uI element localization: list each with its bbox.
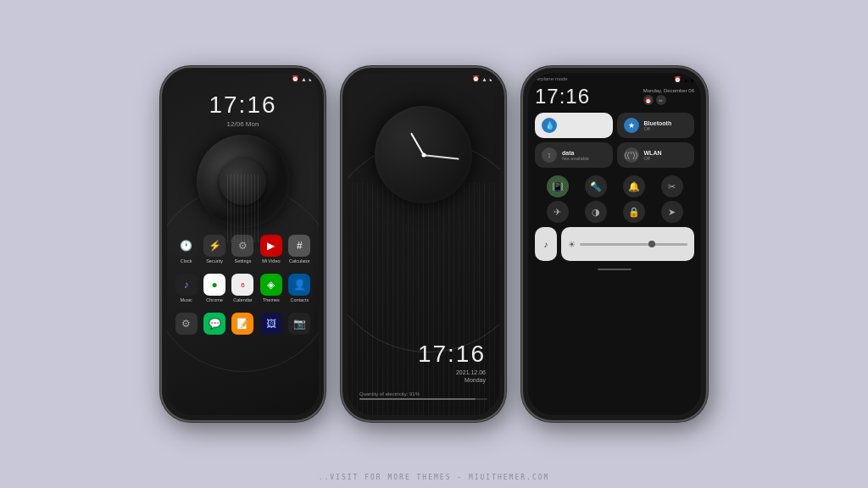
status-icons-right: ⏰ ▲ ▮ bbox=[674, 76, 694, 83]
bluetooth-icon: ★ bbox=[624, 118, 639, 133]
alarm-icon-mid: ⏰ bbox=[472, 75, 480, 82]
app-label-contacts: Contacts bbox=[290, 297, 309, 302]
app-label-clock: Clock bbox=[181, 258, 192, 263]
gear2-icon: ⚙ bbox=[175, 313, 198, 335]
screen-mid: ⏰ ▲ ▮ 17:16 2021.12.06 Monday Quantity o… bbox=[348, 73, 499, 415]
app-music[interactable]: ♪Music bbox=[174, 274, 198, 302]
vert-lines-left bbox=[167, 175, 319, 242]
app-label-calc: Calculator bbox=[289, 258, 310, 263]
slider-row: ♪ ☀ bbox=[528, 223, 701, 265]
battery-label: Quantity of electricity: 91% bbox=[359, 391, 487, 396]
brightness-slider[interactable]: ☀ bbox=[561, 227, 694, 261]
app-gallery[interactable]: 🖼 bbox=[259, 313, 283, 336]
app-chrome[interactable]: ●Chrome bbox=[202, 274, 226, 302]
bell-icon[interactable]: 🔔 bbox=[623, 175, 645, 197]
sun-icon: ☀ bbox=[568, 240, 576, 249]
tile-data-title: data bbox=[562, 150, 606, 156]
mid-digital-time: 17:16 bbox=[418, 341, 486, 368]
tile-bt-sub: Off bbox=[644, 126, 688, 131]
right-header: Airplane mode ⏰ ▲ ▮ bbox=[528, 73, 701, 83]
tile-data-sub: Not available bbox=[562, 156, 606, 161]
app-themes[interactable]: ◈Themes bbox=[259, 274, 283, 302]
tile-data[interactable]: ↕ data Not available bbox=[535, 142, 613, 168]
gallery-icon: 🖼 bbox=[260, 313, 282, 335]
signal-icon: ▲ bbox=[301, 76, 307, 82]
screen-left: ⏰ ▲ ▮ 17:16 12/06 Mon 🕐Clock ⚡Security ⚙… bbox=[167, 73, 319, 415]
chrome-icon: ● bbox=[203, 274, 225, 296]
alarm-btn-right[interactable]: ⏰ bbox=[643, 95, 654, 105]
music-toggle[interactable]: ♪ bbox=[535, 227, 557, 261]
control-tiles: 💧 ★ Bluetooth Off ↕ data Not available bbox=[528, 108, 701, 172]
tile-data-text: data Not available bbox=[562, 150, 606, 161]
status-bar-mid: ⏰ ▲ ▮ bbox=[348, 73, 499, 85]
vibrate-icon[interactable]: 📳 bbox=[547, 175, 569, 197]
slider-track bbox=[580, 243, 687, 246]
tile-bt-text: Bluetooth Off bbox=[644, 120, 688, 131]
tile-wifi-title: WLAN bbox=[644, 150, 688, 156]
tile-wifi[interactable]: ((°)) WLAN Off bbox=[617, 142, 695, 168]
left-clock-time: 17:16 bbox=[167, 92, 319, 119]
signal-icon-mid: ▲ bbox=[481, 76, 487, 82]
clock-center bbox=[421, 152, 426, 157]
screen-right: Airplane mode ⏰ ▲ ▮ 17:16 Monday, Decemb… bbox=[528, 73, 701, 415]
location-icon[interactable]: ➤ bbox=[661, 201, 683, 223]
tile-water[interactable]: 💧 bbox=[535, 113, 613, 138]
alarm-icon-right: ⏰ bbox=[674, 76, 682, 83]
phone-left: ⏰ ▲ ▮ 17:16 12/06 Mon 🕐Clock ⚡Security ⚙… bbox=[160, 66, 326, 422]
hour-hand bbox=[410, 132, 425, 155]
app-label-music: Music bbox=[181, 297, 192, 302]
mid-date-line1: 2021.12.06 bbox=[418, 369, 486, 375]
app-label-calendar: Calendar bbox=[233, 297, 252, 302]
app-contacts[interactable]: 👤Contacts bbox=[287, 274, 312, 302]
home-indicator bbox=[598, 269, 632, 270]
right-date: Monday, December 06 bbox=[643, 88, 694, 93]
slider-thumb bbox=[648, 241, 655, 247]
airplane-mode-label: Airplane mode bbox=[535, 76, 568, 81]
app-label-settings: Settings bbox=[235, 258, 252, 263]
mid-bottom-info: 17:16 2021.12.06 Monday bbox=[418, 341, 486, 383]
edit-btn-right[interactable]: ✏ bbox=[656, 95, 666, 105]
app-notes[interactable]: 📝 bbox=[231, 313, 255, 336]
tile-bluetooth[interactable]: ★ Bluetooth Off bbox=[617, 113, 695, 138]
tile-wifi-text: WLAN Off bbox=[644, 150, 688, 161]
lock-icon[interactable]: 🔒 bbox=[623, 201, 645, 223]
messages-icon: 💬 bbox=[203, 313, 225, 335]
status-icons-mid: ⏰ ▲ ▮ bbox=[472, 75, 492, 82]
flashlight-icon[interactable]: 🔦 bbox=[585, 175, 607, 197]
calendar-icon: 6 bbox=[231, 274, 253, 296]
minute-hand bbox=[423, 154, 459, 159]
battery-bar bbox=[359, 398, 487, 400]
app-label-video: Mi Video bbox=[262, 258, 280, 263]
icon-row-2: ✈ ◑ 🔒 ➤ bbox=[528, 201, 701, 223]
home-indicator-wrap bbox=[528, 265, 701, 270]
water-icon: 💧 bbox=[542, 118, 557, 133]
contrast-icon[interactable]: ◑ bbox=[585, 201, 607, 223]
analog-clock bbox=[375, 106, 472, 203]
nfc-icon[interactable]: ✂ bbox=[661, 175, 683, 197]
battery-icon-right: ▮ bbox=[691, 76, 694, 83]
contacts-icon: 👤 bbox=[288, 274, 310, 296]
right-digital-time: 17:16 bbox=[535, 85, 590, 108]
wifi-icon: ((°)) bbox=[624, 147, 639, 163]
watermark: ..VISIT FOR MORE THEMES - MIUITHEMER.COM bbox=[0, 474, 868, 481]
alarm-icon: ⏰ bbox=[292, 75, 299, 82]
app-messages[interactable]: 💬 bbox=[202, 313, 226, 336]
battery-wrap: Quantity of electricity: 91% bbox=[359, 391, 487, 400]
airplane-icon[interactable]: ✈ bbox=[547, 201, 569, 223]
status-bar-left: ⏰ ▲ ▮ bbox=[167, 73, 319, 85]
battery-icon: ▮ bbox=[309, 75, 312, 82]
app-grid-row2: ♪Music ●Chrome 6Calendar ◈Themes 👤Contac… bbox=[167, 270, 319, 306]
app-camera[interactable]: 📷 bbox=[287, 313, 312, 336]
right-date-icons: ⏰ ✏ bbox=[643, 95, 694, 105]
app-gear[interactable]: ⚙ bbox=[174, 313, 198, 336]
camera-icon: 📷 bbox=[288, 313, 310, 335]
left-clock-date: 12/06 Mon bbox=[167, 120, 319, 128]
phone-right: Airplane mode ⏰ ▲ ▮ 17:16 Monday, Decemb… bbox=[521, 66, 708, 422]
music-icon: ♪ bbox=[175, 274, 198, 296]
battery-fill bbox=[359, 398, 476, 400]
app-label-chrome: Chrome bbox=[206, 297, 223, 302]
right-time-row: 17:16 Monday, December 06 ⏰ ✏ bbox=[528, 83, 701, 108]
icon-row-1: 📳 🔦 🔔 ✂ bbox=[528, 172, 701, 201]
app-calendar[interactable]: 6Calendar bbox=[231, 274, 255, 302]
tile-wifi-sub: Off bbox=[644, 156, 688, 161]
